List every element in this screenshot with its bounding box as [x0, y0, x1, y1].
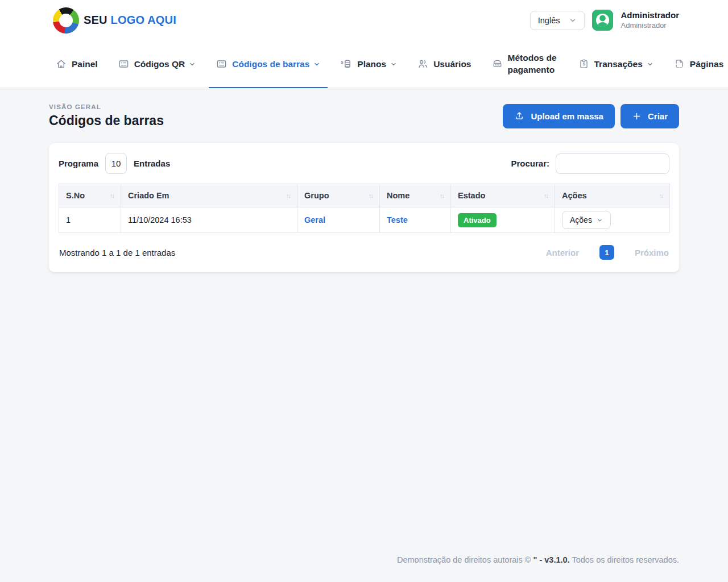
nav-label: Métodos de pagamento [508, 52, 558, 75]
copyright-suffix: Todos os direitos reservados. [570, 555, 679, 564]
logo-text: SEU LOGO AQUI [84, 14, 176, 27]
page-length-input[interactable] [105, 153, 127, 174]
pagination-page-1[interactable]: 1 [599, 245, 614, 260]
name-link[interactable]: Teste [387, 215, 408, 225]
users-icon [417, 59, 428, 69]
nav-label: Transações [594, 59, 643, 69]
qr-card-icon [118, 59, 129, 69]
sort-icon: ↑↓ [440, 192, 444, 199]
cell-status: Ativado [451, 207, 555, 233]
page-actions: Upload em massa Criar [503, 104, 679, 128]
page-head: VISÃO GERAL Códigos de barras Upload em … [49, 103, 679, 128]
nav-item-planos[interactable]: $ Planos [333, 40, 404, 88]
nav-label: Páginas [690, 59, 723, 69]
chevron-down-icon [647, 61, 653, 68]
pages-icon [674, 59, 685, 69]
barcodes-table: S.No↑↓ Criado Em↑↓ Grupo↑↓ Nome↑↓ Estado… [59, 184, 670, 233]
search-control: Procurar: [511, 153, 669, 174]
column-header-criado-em[interactable]: Criado Em↑↓ [121, 184, 297, 207]
language-selector[interactable]: Inglês [530, 11, 585, 30]
search-input[interactable] [556, 153, 669, 174]
nav-item-codigos-qr[interactable]: Códigos QR [111, 40, 204, 88]
bulk-upload-label: Upload em massa [531, 111, 603, 121]
sort-icon: ↑↓ [369, 192, 373, 199]
nav-label: Painel [72, 59, 98, 69]
nav-label: Planos [357, 59, 386, 69]
table-info: Mostrando 1 a 1 de 1 entradas [59, 248, 175, 257]
home-icon [56, 59, 67, 69]
create-button[interactable]: Criar [621, 104, 679, 128]
language-value: Inglês [538, 16, 560, 25]
length-label-prefix: Programa [59, 159, 98, 168]
page-length-control: Programa Entradas [59, 153, 170, 174]
group-link[interactable]: Geral [304, 215, 325, 225]
column-header-acoes[interactable]: Ações↑↓ [555, 184, 670, 207]
nav-item-transacoes[interactable]: $ Transações [571, 40, 661, 88]
status-badge: Ativado [458, 213, 497, 227]
pagination-next[interactable]: Próximo [635, 248, 669, 257]
logo-text-blue: LOGO AQUI [111, 14, 177, 26]
bulk-upload-button[interactable]: Upload em massa [503, 104, 615, 128]
column-header-sno[interactable]: S.No↑↓ [59, 184, 121, 207]
table-controls: Programa Entradas Procurar: [59, 153, 669, 174]
sort-icon: ↑↓ [544, 192, 548, 199]
cell-created: 11/10/2024 16:53 [121, 207, 297, 233]
length-label-suffix: Entradas [134, 159, 170, 168]
table-row: 1 11/10/2024 16:53 Geral Teste Ativado A… [59, 207, 670, 233]
cell-actions: Ações [555, 207, 670, 233]
search-label: Procurar: [511, 159, 549, 168]
sort-icon: ↑↓ [659, 192, 663, 199]
main-content: VISÃO GERAL Códigos de barras Upload em … [0, 88, 728, 582]
top-header: SEU LOGO AQUI Inglês Administrador A [0, 0, 728, 40]
chevron-down-icon [597, 217, 603, 223]
barcodes-table-card: Programa Entradas Procurar: S.No↑↓ Criad… [49, 143, 679, 272]
column-header-grupo[interactable]: Grupo↑↓ [297, 184, 380, 207]
cell-group: Geral [297, 207, 380, 233]
row-actions-button[interactable]: Ações [562, 211, 611, 229]
pagination-previous[interactable]: Anterior [546, 248, 579, 257]
page-eyebrow: VISÃO GERAL [49, 103, 164, 110]
page-title-block: VISÃO GERAL Códigos de barras [49, 103, 164, 128]
avatar[interactable] [592, 10, 613, 31]
nav-item-metodos-de-pagamento[interactable]: Métodos de pagamento [485, 40, 565, 88]
cell-sno: 1 [59, 207, 121, 233]
logo: SEU LOGO AQUI [53, 7, 176, 34]
upload-icon [514, 111, 524, 121]
logo-text-dark: SEU [84, 14, 107, 26]
user-meta[interactable]: Administrador Administrador [621, 10, 679, 30]
nav-label: Códigos de barras [232, 59, 309, 69]
nav-item-painel[interactable]: Painel [48, 40, 105, 88]
topbar-right: Inglês Administrador Administrador [530, 10, 679, 31]
pagination: Anterior 1 Próximo [546, 245, 669, 260]
table-footer: Mostrando 1 a 1 de 1 entradas Anterior 1… [59, 245, 669, 263]
page-title: Códigos de barras [49, 113, 164, 128]
row-actions-label: Ações [570, 215, 592, 225]
chevron-down-icon [189, 61, 196, 68]
plus-icon [632, 111, 642, 121]
bank-icon [492, 59, 503, 69]
user-role: Administrador [621, 21, 679, 30]
table-header-row: S.No↑↓ Criado Em↑↓ Grupo↑↓ Nome↑↓ Estado… [59, 184, 670, 207]
column-header-nome[interactable]: Nome↑↓ [380, 184, 451, 207]
copyright-prefix: Demonstração de direitos autorais © [397, 555, 533, 564]
create-label: Criar [648, 111, 668, 121]
nav-label: Usuários [433, 59, 471, 69]
chevron-down-icon [313, 61, 320, 68]
logo-swirl-icon [51, 6, 81, 35]
nav-item-codigos-de-barras[interactable]: Códigos de barras [209, 40, 328, 88]
main-nav: Painel Códigos QR Códigos de barras $ Pl… [0, 40, 728, 88]
nav-item-usuarios[interactable]: Usuários [410, 40, 478, 88]
sort-icon: ↑↓ [286, 192, 290, 199]
coins-icon: $ [341, 59, 352, 69]
svg-text:$: $ [341, 60, 344, 65]
column-header-estado[interactable]: Estado↑↓ [451, 184, 555, 207]
sort-icon: ↑↓ [110, 192, 114, 199]
copyright-version: " - v3.1.0. [533, 555, 570, 564]
nav-item-paginas[interactable]: Páginas [667, 40, 728, 88]
barcode-card-icon [216, 59, 227, 69]
cell-name: Teste [380, 207, 451, 233]
chevron-down-icon [569, 16, 577, 24]
user-name: Administrador [621, 10, 679, 21]
user-avatar-icon [592, 10, 613, 31]
receipt-icon: $ [578, 59, 589, 69]
